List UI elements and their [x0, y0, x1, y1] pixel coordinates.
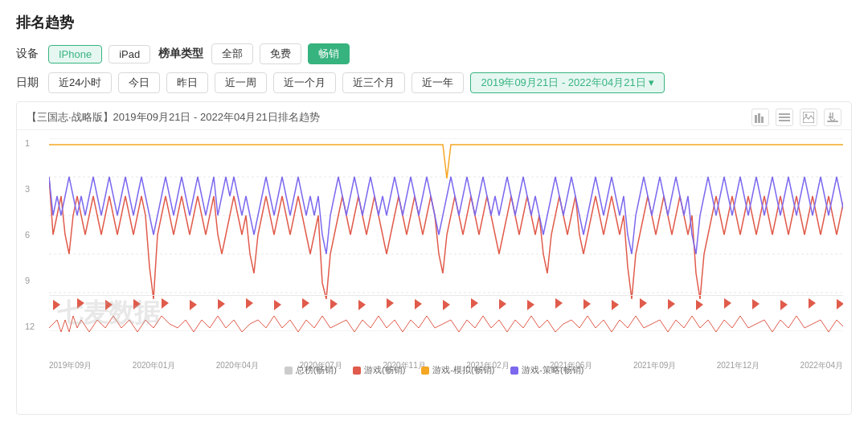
svg-marker-24 [274, 300, 281, 310]
y-axis: 1 3 6 9 12 [25, 138, 35, 331]
svg-rect-0 [755, 115, 757, 123]
svg-rect-4 [779, 117, 790, 118]
svg-marker-27 [358, 300, 366, 310]
svg-rect-5 [779, 120, 790, 121]
y-label-6: 6 [25, 230, 35, 240]
btn-bestseller[interactable]: 畅销 [308, 43, 350, 64]
device-filter-row: 设备 IPhone iPad 榜单类型 全部 免费 畅销 [16, 43, 852, 64]
svg-marker-44 [837, 299, 843, 309]
legend-color-game-strategy [510, 367, 518, 375]
svg-marker-34 [555, 298, 563, 309]
svg-marker-36 [612, 300, 619, 310]
btn-all[interactable]: 全部 [211, 43, 253, 64]
date-range-button[interactable]: 2019年09月21日 - 2022年04月21日 ▾ [470, 72, 665, 93]
legend-color-total [285, 367, 293, 375]
svg-marker-39 [696, 300, 703, 310]
svg-marker-21 [190, 300, 197, 310]
btn-24h[interactable]: 近24小时 [48, 72, 112, 93]
legend: 总榜(畅销) 游戏(畅销) 游戏-模拟(畅销) 游戏-策略(畅销) [17, 361, 851, 379]
chart-area: 1 3 6 9 12 [17, 130, 851, 379]
btn-year[interactable]: 近一年 [411, 72, 464, 93]
legend-color-game [353, 367, 361, 375]
chart-title: 【三国志·战略版】2019年09月21日 - 2022年04月21日排名趋势 [27, 110, 320, 125]
svg-marker-30 [443, 300, 450, 310]
svg-marker-40 [724, 298, 731, 309]
list-type-label: 榜单类型 [158, 47, 203, 61]
y-label-3: 3 [25, 184, 35, 194]
btn-3month[interactable]: 近三个月 [342, 72, 405, 93]
svg-marker-17 [77, 298, 84, 309]
btn-ipad[interactable]: iPad [108, 45, 150, 63]
page-title: 排名趋势 [16, 13, 852, 32]
btn-today[interactable]: 今日 [118, 72, 160, 93]
legend-item-game-strategy: 游戏-策略(畅销) [510, 364, 583, 376]
legend-item-total: 总榜(畅销) [285, 364, 337, 376]
legend-label-total: 总榜(畅销) [296, 364, 337, 376]
y-label-12: 12 [25, 322, 35, 331]
svg-rect-3 [779, 113, 790, 115]
date-label: 日期 [16, 76, 39, 90]
svg-marker-33 [527, 300, 534, 310]
legend-item-game-sim: 游戏-模拟(畅销) [421, 364, 494, 376]
svg-marker-16 [53, 300, 60, 310]
y-label-9: 9 [25, 276, 35, 285]
svg-marker-38 [668, 299, 675, 309]
btn-iphone[interactable]: IPhone [48, 45, 102, 63]
svg-marker-22 [218, 299, 225, 309]
svg-marker-25 [302, 298, 309, 309]
svg-marker-42 [780, 300, 788, 310]
svg-rect-2 [761, 117, 764, 123]
date-filter-row: 日期 近24小时 今日 昨日 近一周 近一个月 近三个月 近一年 2019年09… [16, 72, 852, 93]
svg-marker-29 [415, 299, 422, 309]
svg-marker-26 [330, 299, 338, 309]
svg-marker-31 [471, 298, 478, 309]
btn-month[interactable]: 近一个月 [273, 72, 336, 93]
svg-marker-28 [387, 298, 394, 309]
btn-free[interactable]: 免费 [260, 43, 301, 64]
bar-chart-icon[interactable] [751, 109, 769, 126]
svg-marker-43 [809, 298, 816, 309]
legend-color-game-sim [421, 367, 429, 375]
list-icon[interactable] [776, 109, 793, 126]
svg-marker-18 [105, 300, 113, 310]
mini-chart-svg [49, 296, 843, 335]
svg-marker-41 [752, 299, 760, 309]
chart-header: 【三国志·战略版】2019年09月21日 - 2022年04月21日排名趋势 [17, 102, 851, 130]
svg-marker-20 [162, 298, 169, 309]
svg-marker-23 [246, 298, 253, 309]
svg-point-7 [805, 114, 808, 117]
mini-chart-area [49, 295, 843, 335]
chart-tools [751, 109, 841, 126]
y-label-1: 1 [25, 138, 35, 148]
svg-marker-19 [133, 299, 141, 309]
svg-marker-32 [499, 299, 506, 309]
svg-marker-35 [583, 299, 591, 309]
image-icon[interactable] [800, 109, 817, 126]
svg-rect-1 [758, 113, 760, 123]
download-icon[interactable] [824, 109, 841, 126]
legend-label-game-strategy: 游戏-策略(畅销) [522, 364, 583, 376]
device-label: 设备 [16, 47, 39, 61]
chart-container: 【三国志·战略版】2019年09月21日 - 2022年04月21日排名趋势 [16, 101, 852, 415]
btn-week[interactable]: 近一周 [215, 72, 267, 93]
legend-label-game: 游戏(畅销) [364, 364, 405, 376]
legend-label-game-sim: 游戏-模拟(畅销) [432, 364, 494, 376]
btn-yesterday[interactable]: 昨日 [166, 72, 208, 93]
legend-item-game: 游戏(畅销) [353, 364, 405, 376]
svg-marker-37 [640, 298, 647, 309]
